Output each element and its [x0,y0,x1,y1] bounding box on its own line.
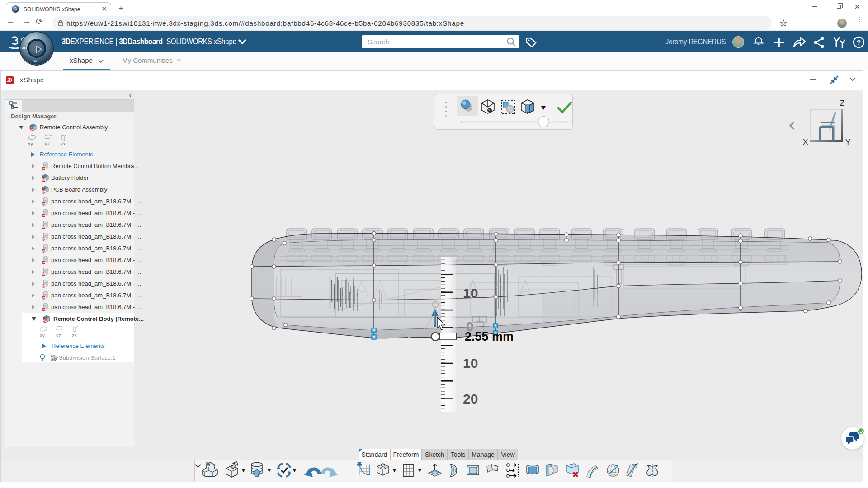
svg-text:SW: SW [29,128,34,131]
svg-text:SW: SW [42,214,46,217]
svg-text:SW: SW [42,296,46,299]
svg-text:SW: SW [42,238,46,240]
svg-text:SW: SW [42,249,46,252]
svg-text:SW: SW [42,202,46,205]
svg-text:SW: SW [42,261,46,264]
svg-text:SW: SW [42,179,46,182]
svg-text:2.55 mm: 2.55 mm [465,330,514,343]
svg-text:SW: SW [42,308,46,311]
svg-text:SW: SW [42,273,46,276]
svg-text:SW: SW [42,226,46,229]
svg-text:10: 10 [463,356,478,371]
svg-text:SW: SW [42,285,46,287]
svg-text:20: 20 [463,391,478,406]
svg-text:SW: SW [43,320,47,323]
svg-text:SW: SW [42,191,46,193]
svg-text:10: 10 [463,286,478,300]
svg-text:SW: SW [42,167,46,170]
